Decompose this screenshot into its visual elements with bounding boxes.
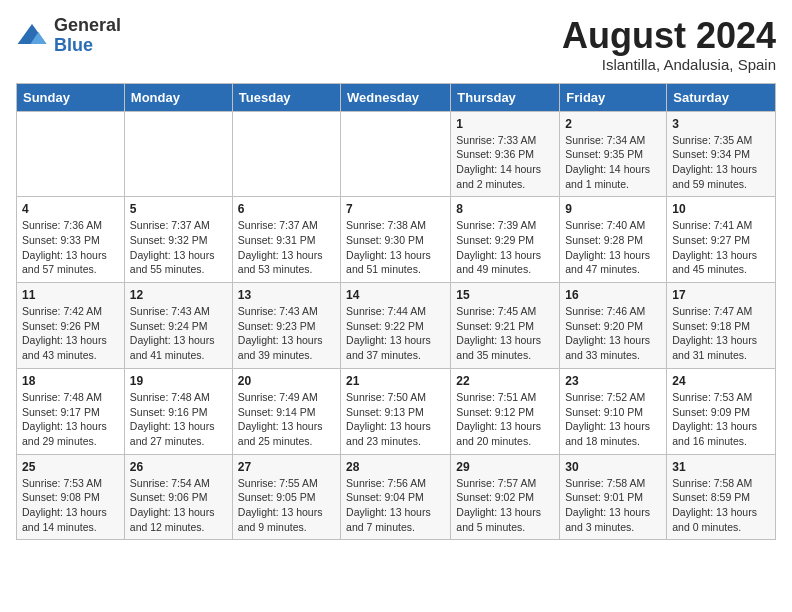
day-number: 14 <box>346 288 445 302</box>
day-number: 19 <box>130 374 227 388</box>
title-block: August 2024 Islantilla, Andalusia, Spain <box>562 16 776 73</box>
day-number: 3 <box>672 117 770 131</box>
day-number: 17 <box>672 288 770 302</box>
day-info: Sunrise: 7:53 AM Sunset: 9:08 PM Dayligh… <box>22 476 119 535</box>
day-info: Sunrise: 7:45 AM Sunset: 9:21 PM Dayligh… <box>456 304 554 363</box>
day-cell: 28Sunrise: 7:56 AM Sunset: 9:04 PM Dayli… <box>341 454 451 540</box>
day-cell: 14Sunrise: 7:44 AM Sunset: 9:22 PM Dayli… <box>341 283 451 369</box>
day-info: Sunrise: 7:53 AM Sunset: 9:09 PM Dayligh… <box>672 390 770 449</box>
day-info: Sunrise: 7:37 AM Sunset: 9:31 PM Dayligh… <box>238 218 335 277</box>
day-info: Sunrise: 7:33 AM Sunset: 9:36 PM Dayligh… <box>456 133 554 192</box>
logo-text: General Blue <box>54 16 121 56</box>
day-cell: 11Sunrise: 7:42 AM Sunset: 9:26 PM Dayli… <box>17 283 125 369</box>
header-cell-thursday: Thursday <box>451 83 560 111</box>
day-number: 9 <box>565 202 661 216</box>
day-cell: 27Sunrise: 7:55 AM Sunset: 9:05 PM Dayli… <box>232 454 340 540</box>
day-cell <box>124 111 232 197</box>
day-number: 4 <box>22 202 119 216</box>
day-cell: 18Sunrise: 7:48 AM Sunset: 9:17 PM Dayli… <box>17 368 125 454</box>
day-number: 15 <box>456 288 554 302</box>
day-info: Sunrise: 7:37 AM Sunset: 9:32 PM Dayligh… <box>130 218 227 277</box>
day-info: Sunrise: 7:41 AM Sunset: 9:27 PM Dayligh… <box>672 218 770 277</box>
day-number: 8 <box>456 202 554 216</box>
day-info: Sunrise: 7:42 AM Sunset: 9:26 PM Dayligh… <box>22 304 119 363</box>
day-cell: 31Sunrise: 7:58 AM Sunset: 8:59 PM Dayli… <box>667 454 776 540</box>
day-cell: 16Sunrise: 7:46 AM Sunset: 9:20 PM Dayli… <box>560 283 667 369</box>
day-cell: 23Sunrise: 7:52 AM Sunset: 9:10 PM Dayli… <box>560 368 667 454</box>
day-cell: 22Sunrise: 7:51 AM Sunset: 9:12 PM Dayli… <box>451 368 560 454</box>
day-info: Sunrise: 7:44 AM Sunset: 9:22 PM Dayligh… <box>346 304 445 363</box>
day-info: Sunrise: 7:43 AM Sunset: 9:23 PM Dayligh… <box>238 304 335 363</box>
day-cell: 13Sunrise: 7:43 AM Sunset: 9:23 PM Dayli… <box>232 283 340 369</box>
day-info: Sunrise: 7:52 AM Sunset: 9:10 PM Dayligh… <box>565 390 661 449</box>
day-cell: 19Sunrise: 7:48 AM Sunset: 9:16 PM Dayli… <box>124 368 232 454</box>
day-info: Sunrise: 7:36 AM Sunset: 9:33 PM Dayligh… <box>22 218 119 277</box>
week-row-2: 4Sunrise: 7:36 AM Sunset: 9:33 PM Daylig… <box>17 197 776 283</box>
calendar-body: 1Sunrise: 7:33 AM Sunset: 9:36 PM Daylig… <box>17 111 776 540</box>
day-number: 27 <box>238 460 335 474</box>
day-cell <box>341 111 451 197</box>
day-cell: 2Sunrise: 7:34 AM Sunset: 9:35 PM Daylig… <box>560 111 667 197</box>
day-cell <box>17 111 125 197</box>
day-number: 18 <box>22 374 119 388</box>
day-info: Sunrise: 7:58 AM Sunset: 8:59 PM Dayligh… <box>672 476 770 535</box>
day-cell: 20Sunrise: 7:49 AM Sunset: 9:14 PM Dayli… <box>232 368 340 454</box>
week-row-3: 11Sunrise: 7:42 AM Sunset: 9:26 PM Dayli… <box>17 283 776 369</box>
day-cell <box>232 111 340 197</box>
day-cell: 26Sunrise: 7:54 AM Sunset: 9:06 PM Dayli… <box>124 454 232 540</box>
day-number: 22 <box>456 374 554 388</box>
location: Islantilla, Andalusia, Spain <box>562 56 776 73</box>
day-cell: 7Sunrise: 7:38 AM Sunset: 9:30 PM Daylig… <box>341 197 451 283</box>
day-info: Sunrise: 7:48 AM Sunset: 9:16 PM Dayligh… <box>130 390 227 449</box>
day-number: 30 <box>565 460 661 474</box>
day-number: 21 <box>346 374 445 388</box>
day-cell: 5Sunrise: 7:37 AM Sunset: 9:32 PM Daylig… <box>124 197 232 283</box>
day-number: 7 <box>346 202 445 216</box>
day-cell: 1Sunrise: 7:33 AM Sunset: 9:36 PM Daylig… <box>451 111 560 197</box>
logo-icon <box>16 20 48 52</box>
day-info: Sunrise: 7:54 AM Sunset: 9:06 PM Dayligh… <box>130 476 227 535</box>
day-cell: 3Sunrise: 7:35 AM Sunset: 9:34 PM Daylig… <box>667 111 776 197</box>
day-info: Sunrise: 7:50 AM Sunset: 9:13 PM Dayligh… <box>346 390 445 449</box>
day-info: Sunrise: 7:46 AM Sunset: 9:20 PM Dayligh… <box>565 304 661 363</box>
logo-blue: Blue <box>54 36 121 56</box>
header-cell-saturday: Saturday <box>667 83 776 111</box>
day-cell: 6Sunrise: 7:37 AM Sunset: 9:31 PM Daylig… <box>232 197 340 283</box>
calendar-header: SundayMondayTuesdayWednesdayThursdayFrid… <box>17 83 776 111</box>
day-info: Sunrise: 7:39 AM Sunset: 9:29 PM Dayligh… <box>456 218 554 277</box>
day-cell: 12Sunrise: 7:43 AM Sunset: 9:24 PM Dayli… <box>124 283 232 369</box>
day-info: Sunrise: 7:56 AM Sunset: 9:04 PM Dayligh… <box>346 476 445 535</box>
day-info: Sunrise: 7:38 AM Sunset: 9:30 PM Dayligh… <box>346 218 445 277</box>
day-number: 6 <box>238 202 335 216</box>
week-row-4: 18Sunrise: 7:48 AM Sunset: 9:17 PM Dayli… <box>17 368 776 454</box>
header-cell-monday: Monday <box>124 83 232 111</box>
day-info: Sunrise: 7:48 AM Sunset: 9:17 PM Dayligh… <box>22 390 119 449</box>
header-cell-wednesday: Wednesday <box>341 83 451 111</box>
day-info: Sunrise: 7:47 AM Sunset: 9:18 PM Dayligh… <box>672 304 770 363</box>
day-cell: 8Sunrise: 7:39 AM Sunset: 9:29 PM Daylig… <box>451 197 560 283</box>
page-header: General Blue August 2024 Islantilla, And… <box>16 16 776 73</box>
day-number: 2 <box>565 117 661 131</box>
day-number: 26 <box>130 460 227 474</box>
logo-general: General <box>54 16 121 36</box>
header-row: SundayMondayTuesdayWednesdayThursdayFrid… <box>17 83 776 111</box>
day-cell: 17Sunrise: 7:47 AM Sunset: 9:18 PM Dayli… <box>667 283 776 369</box>
day-info: Sunrise: 7:43 AM Sunset: 9:24 PM Dayligh… <box>130 304 227 363</box>
day-cell: 9Sunrise: 7:40 AM Sunset: 9:28 PM Daylig… <box>560 197 667 283</box>
day-number: 16 <box>565 288 661 302</box>
day-number: 23 <box>565 374 661 388</box>
day-number: 20 <box>238 374 335 388</box>
day-info: Sunrise: 7:49 AM Sunset: 9:14 PM Dayligh… <box>238 390 335 449</box>
day-info: Sunrise: 7:58 AM Sunset: 9:01 PM Dayligh… <box>565 476 661 535</box>
day-info: Sunrise: 7:34 AM Sunset: 9:35 PM Dayligh… <box>565 133 661 192</box>
day-info: Sunrise: 7:40 AM Sunset: 9:28 PM Dayligh… <box>565 218 661 277</box>
day-number: 28 <box>346 460 445 474</box>
day-info: Sunrise: 7:55 AM Sunset: 9:05 PM Dayligh… <box>238 476 335 535</box>
week-row-5: 25Sunrise: 7:53 AM Sunset: 9:08 PM Dayli… <box>17 454 776 540</box>
day-number: 1 <box>456 117 554 131</box>
week-row-1: 1Sunrise: 7:33 AM Sunset: 9:36 PM Daylig… <box>17 111 776 197</box>
month-title: August 2024 <box>562 16 776 56</box>
day-number: 5 <box>130 202 227 216</box>
day-number: 13 <box>238 288 335 302</box>
calendar-table: SundayMondayTuesdayWednesdayThursdayFrid… <box>16 83 776 541</box>
